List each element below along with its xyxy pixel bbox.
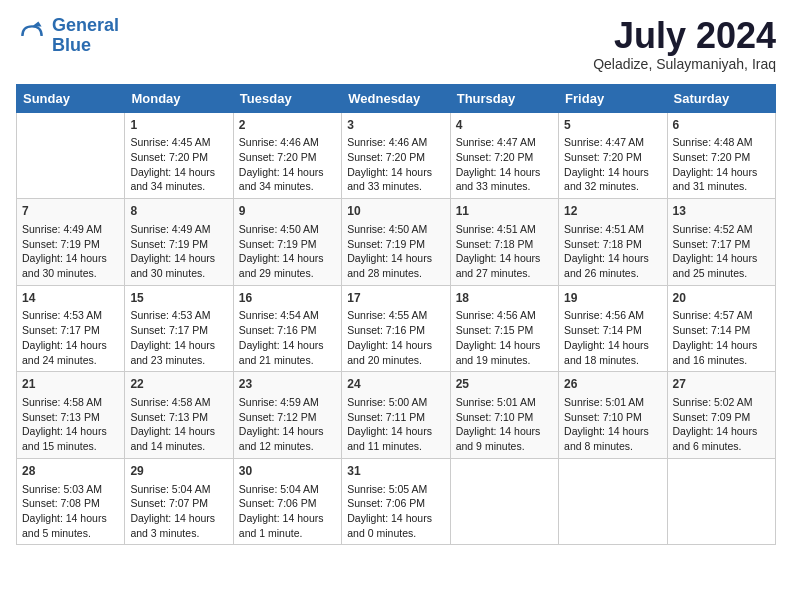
day-info: Sunrise: 4:58 AMSunset: 7:13 PMDaylight:… — [22, 395, 119, 454]
day-number: 12 — [564, 203, 661, 220]
day-info: Sunrise: 5:02 AMSunset: 7:09 PMDaylight:… — [673, 395, 770, 454]
day-info: Sunrise: 4:52 AMSunset: 7:17 PMDaylight:… — [673, 222, 770, 281]
day-number: 21 — [22, 376, 119, 393]
calendar-cell — [450, 458, 558, 545]
logo-line2: Blue — [52, 35, 91, 55]
weekday-header-monday: Monday — [125, 84, 233, 112]
month-title: July 2024 — [593, 16, 776, 56]
day-number: 19 — [564, 290, 661, 307]
day-info: Sunrise: 4:46 AMSunset: 7:20 PMDaylight:… — [347, 135, 444, 194]
day-number: 29 — [130, 463, 227, 480]
day-number: 2 — [239, 117, 336, 134]
day-number: 17 — [347, 290, 444, 307]
calendar-cell: 3Sunrise: 4:46 AMSunset: 7:20 PMDaylight… — [342, 112, 450, 199]
day-info: Sunrise: 4:59 AMSunset: 7:12 PMDaylight:… — [239, 395, 336, 454]
logo-text: General Blue — [52, 16, 119, 56]
calendar-cell: 4Sunrise: 4:47 AMSunset: 7:20 PMDaylight… — [450, 112, 558, 199]
day-info: Sunrise: 5:01 AMSunset: 7:10 PMDaylight:… — [564, 395, 661, 454]
page-header: General Blue July 2024 Qeladize, Sulayma… — [16, 16, 776, 72]
calendar-cell: 15Sunrise: 4:53 AMSunset: 7:17 PMDayligh… — [125, 285, 233, 372]
title-block: July 2024 Qeladize, Sulaymaniyah, Iraq — [593, 16, 776, 72]
day-info: Sunrise: 4:51 AMSunset: 7:18 PMDaylight:… — [456, 222, 553, 281]
day-number: 5 — [564, 117, 661, 134]
weekday-header-friday: Friday — [559, 84, 667, 112]
day-info: Sunrise: 4:46 AMSunset: 7:20 PMDaylight:… — [239, 135, 336, 194]
calendar-cell — [559, 458, 667, 545]
day-info: Sunrise: 5:00 AMSunset: 7:11 PMDaylight:… — [347, 395, 444, 454]
calendar-cell: 23Sunrise: 4:59 AMSunset: 7:12 PMDayligh… — [233, 372, 341, 459]
weekday-header-wednesday: Wednesday — [342, 84, 450, 112]
weekday-header-thursday: Thursday — [450, 84, 558, 112]
day-number: 24 — [347, 376, 444, 393]
calendar-week-2: 7Sunrise: 4:49 AMSunset: 7:19 PMDaylight… — [17, 199, 776, 286]
day-info: Sunrise: 5:04 AMSunset: 7:07 PMDaylight:… — [130, 482, 227, 541]
calendar-cell: 26Sunrise: 5:01 AMSunset: 7:10 PMDayligh… — [559, 372, 667, 459]
logo-icon — [16, 20, 48, 52]
day-info: Sunrise: 4:53 AMSunset: 7:17 PMDaylight:… — [130, 308, 227, 367]
day-info: Sunrise: 4:55 AMSunset: 7:16 PMDaylight:… — [347, 308, 444, 367]
calendar-cell: 1Sunrise: 4:45 AMSunset: 7:20 PMDaylight… — [125, 112, 233, 199]
calendar-week-3: 14Sunrise: 4:53 AMSunset: 7:17 PMDayligh… — [17, 285, 776, 372]
calendar-week-5: 28Sunrise: 5:03 AMSunset: 7:08 PMDayligh… — [17, 458, 776, 545]
day-info: Sunrise: 4:57 AMSunset: 7:14 PMDaylight:… — [673, 308, 770, 367]
day-info: Sunrise: 4:45 AMSunset: 7:20 PMDaylight:… — [130, 135, 227, 194]
day-number: 10 — [347, 203, 444, 220]
day-info: Sunrise: 4:56 AMSunset: 7:15 PMDaylight:… — [456, 308, 553, 367]
day-info: Sunrise: 4:53 AMSunset: 7:17 PMDaylight:… — [22, 308, 119, 367]
calendar-cell: 30Sunrise: 5:04 AMSunset: 7:06 PMDayligh… — [233, 458, 341, 545]
day-info: Sunrise: 5:05 AMSunset: 7:06 PMDaylight:… — [347, 482, 444, 541]
day-number: 22 — [130, 376, 227, 393]
day-number: 25 — [456, 376, 553, 393]
day-number: 14 — [22, 290, 119, 307]
calendar-cell: 16Sunrise: 4:54 AMSunset: 7:16 PMDayligh… — [233, 285, 341, 372]
day-number: 20 — [673, 290, 770, 307]
calendar-cell: 11Sunrise: 4:51 AMSunset: 7:18 PMDayligh… — [450, 199, 558, 286]
day-number: 7 — [22, 203, 119, 220]
weekday-header-sunday: Sunday — [17, 84, 125, 112]
day-number: 27 — [673, 376, 770, 393]
day-info: Sunrise: 4:51 AMSunset: 7:18 PMDaylight:… — [564, 222, 661, 281]
day-number: 26 — [564, 376, 661, 393]
calendar-cell: 28Sunrise: 5:03 AMSunset: 7:08 PMDayligh… — [17, 458, 125, 545]
day-info: Sunrise: 5:04 AMSunset: 7:06 PMDaylight:… — [239, 482, 336, 541]
day-info: Sunrise: 4:56 AMSunset: 7:14 PMDaylight:… — [564, 308, 661, 367]
calendar-cell: 14Sunrise: 4:53 AMSunset: 7:17 PMDayligh… — [17, 285, 125, 372]
day-number: 16 — [239, 290, 336, 307]
day-number: 28 — [22, 463, 119, 480]
calendar-cell: 24Sunrise: 5:00 AMSunset: 7:11 PMDayligh… — [342, 372, 450, 459]
calendar-cell: 6Sunrise: 4:48 AMSunset: 7:20 PMDaylight… — [667, 112, 775, 199]
day-number: 9 — [239, 203, 336, 220]
calendar-table: SundayMondayTuesdayWednesdayThursdayFrid… — [16, 84, 776, 546]
location: Qeladize, Sulaymaniyah, Iraq — [593, 56, 776, 72]
calendar-cell: 25Sunrise: 5:01 AMSunset: 7:10 PMDayligh… — [450, 372, 558, 459]
day-info: Sunrise: 4:50 AMSunset: 7:19 PMDaylight:… — [239, 222, 336, 281]
calendar-cell: 27Sunrise: 5:02 AMSunset: 7:09 PMDayligh… — [667, 372, 775, 459]
day-info: Sunrise: 4:47 AMSunset: 7:20 PMDaylight:… — [456, 135, 553, 194]
calendar-cell: 21Sunrise: 4:58 AMSunset: 7:13 PMDayligh… — [17, 372, 125, 459]
calendar-cell: 22Sunrise: 4:58 AMSunset: 7:13 PMDayligh… — [125, 372, 233, 459]
calendar-week-4: 21Sunrise: 4:58 AMSunset: 7:13 PMDayligh… — [17, 372, 776, 459]
calendar-cell: 8Sunrise: 4:49 AMSunset: 7:19 PMDaylight… — [125, 199, 233, 286]
day-info: Sunrise: 4:49 AMSunset: 7:19 PMDaylight:… — [130, 222, 227, 281]
calendar-cell: 2Sunrise: 4:46 AMSunset: 7:20 PMDaylight… — [233, 112, 341, 199]
calendar-cell: 5Sunrise: 4:47 AMSunset: 7:20 PMDaylight… — [559, 112, 667, 199]
day-number: 30 — [239, 463, 336, 480]
day-info: Sunrise: 5:01 AMSunset: 7:10 PMDaylight:… — [456, 395, 553, 454]
day-number: 1 — [130, 117, 227, 134]
weekday-header-tuesday: Tuesday — [233, 84, 341, 112]
day-number: 3 — [347, 117, 444, 134]
day-number: 31 — [347, 463, 444, 480]
day-info: Sunrise: 5:03 AMSunset: 7:08 PMDaylight:… — [22, 482, 119, 541]
day-info: Sunrise: 4:47 AMSunset: 7:20 PMDaylight:… — [564, 135, 661, 194]
calendar-cell: 9Sunrise: 4:50 AMSunset: 7:19 PMDaylight… — [233, 199, 341, 286]
day-number: 18 — [456, 290, 553, 307]
day-number: 13 — [673, 203, 770, 220]
day-number: 6 — [673, 117, 770, 134]
day-info: Sunrise: 4:49 AMSunset: 7:19 PMDaylight:… — [22, 222, 119, 281]
calendar-cell: 13Sunrise: 4:52 AMSunset: 7:17 PMDayligh… — [667, 199, 775, 286]
calendar-cell: 7Sunrise: 4:49 AMSunset: 7:19 PMDaylight… — [17, 199, 125, 286]
calendar-cell: 17Sunrise: 4:55 AMSunset: 7:16 PMDayligh… — [342, 285, 450, 372]
day-info: Sunrise: 4:58 AMSunset: 7:13 PMDaylight:… — [130, 395, 227, 454]
calendar-cell — [17, 112, 125, 199]
weekday-header-row: SundayMondayTuesdayWednesdayThursdayFrid… — [17, 84, 776, 112]
